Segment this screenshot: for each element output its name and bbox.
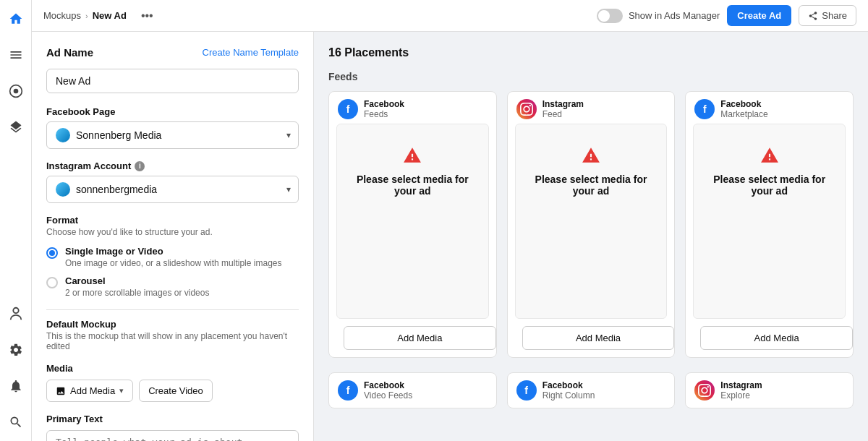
fb-right-column-logo: f: [516, 380, 537, 401]
media-title: Media: [46, 363, 299, 374]
placement-media-facebook-marketplace: Please select media for your ad: [693, 124, 846, 319]
facebook-page-select-wrapper: Sonnenberg Media ▾: [46, 121, 299, 149]
primary-text-section: Primary Text: [46, 414, 299, 441]
globe-icon: [56, 128, 70, 142]
add-media-label: Add Media: [70, 385, 115, 396]
facebook-marketplace-logo: f: [694, 99, 715, 119]
facebook-feeds-logo: f: [338, 99, 358, 119]
placements-grid: f Facebook Feeds Please select media for…: [328, 91, 854, 358]
card-footer-fb-feeds: Add Media: [329, 326, 496, 357]
format-section: Format Choose how you'd like to structur…: [46, 215, 299, 298]
instagram-account-dropdown-arrow: ▾: [286, 184, 291, 194]
nav-search-icon[interactable]: [4, 411, 27, 434]
ad-name-input[interactable]: [46, 69, 299, 93]
default-mockup-title: Default Mockup: [46, 319, 299, 330]
ads-manager-toggle-wrapper: Show in Ads Manager: [597, 9, 720, 23]
format-radio-single-image[interactable]: [46, 247, 58, 259]
placement-card-instagram-feed: Instagram Feed Please select media for y…: [507, 91, 676, 358]
nav-profile-icon[interactable]: [4, 302, 27, 325]
instagram-info-icon[interactable]: i: [135, 161, 145, 171]
format-option-single-image[interactable]: Single Image or Video One image or video…: [46, 246, 299, 268]
format-option-carousel-text: Carousel 2 or more scrollable images or …: [65, 275, 209, 298]
warning-triangle-fb-feeds: [403, 146, 422, 165]
bottom-placement-card-instagram-explore: Instagram Explore: [685, 372, 854, 408]
more-options-button[interactable]: •••: [137, 8, 158, 24]
bottom-placement-info-right-column: Facebook Right Column: [542, 380, 595, 401]
placements-count: 16 Placements: [328, 46, 854, 59]
svg-point-1: [13, 89, 18, 94]
create-ad-button[interactable]: Create Ad: [727, 5, 791, 26]
format-option-carousel[interactable]: Carousel 2 or more scrollable images or …: [46, 275, 299, 298]
placement-media-facebook-feeds: Please select media for your ad: [336, 124, 489, 319]
ig-explore-logo: [694, 380, 715, 401]
format-radio-carousel[interactable]: [46, 277, 58, 288]
breadcrumb-separator: ›: [85, 12, 88, 20]
nav-home-icon[interactable]: [4, 7, 27, 30]
format-title: Format: [46, 215, 299, 226]
top-bar-actions: Show in Ads Manager Create Ad Share: [597, 5, 856, 26]
format-desc: Choose how you'd like to structure your …: [46, 227, 299, 237]
instagram-account-label: Instagram Account i: [46, 160, 299, 171]
default-mockup-section: Default Mockup This is the mockup that w…: [46, 319, 299, 351]
content-area: Ad Name Create Name Template Facebook Pa…: [32, 32, 868, 441]
warning-text-fb-marketplace: Please select media for your ad: [708, 174, 830, 197]
share-button[interactable]: Share: [799, 5, 856, 26]
placement-card-facebook-feeds: f Facebook Feeds Please select media for…: [328, 91, 497, 358]
placement-card-info-instagram-feed: Instagram Feed: [542, 99, 584, 119]
breadcrumb: Mockups › New Ad: [43, 10, 127, 21]
placement-card-header-facebook-marketplace: f Facebook Marketplace: [686, 92, 853, 124]
media-section: Media Add Media ▾ Create Video: [46, 363, 299, 402]
default-mockup-desc: This is the mockup that will show in any…: [46, 331, 299, 351]
ads-manager-label: Show in Ads Manager: [629, 10, 720, 21]
card-footer-ig-feed: Add Media: [508, 326, 675, 357]
left-navigation: [0, 0, 32, 441]
bottom-placement-card-video-feeds: f Facebook Video Feeds: [328, 372, 497, 408]
primary-text-input[interactable]: [46, 430, 299, 441]
left-panel: Ad Name Create Name Template Facebook Pa…: [32, 32, 314, 441]
instagram-feed-logo: [516, 99, 537, 119]
card-footer-fb-marketplace: Add Media: [686, 326, 853, 357]
bottom-placements-grid: f Facebook Video Feeds f Facebook Right …: [328, 372, 854, 408]
share-label: Share: [822, 10, 847, 21]
create-name-template-link[interactable]: Create Name Template: [203, 47, 299, 58]
nav-bell-icon[interactable]: [4, 374, 27, 398]
feeds-label: Feeds: [328, 71, 854, 82]
nav-layers-icon[interactable]: [4, 116, 27, 139]
primary-text-title: Primary Text: [46, 414, 299, 424]
add-media-fb-marketplace-button[interactable]: Add Media: [700, 326, 853, 350]
create-video-button[interactable]: Create Video: [139, 380, 213, 402]
instagram-globe-icon: [56, 182, 70, 197]
add-media-fb-feeds-button[interactable]: Add Media: [344, 326, 496, 350]
placement-card-info-facebook-feeds: Facebook Feeds: [364, 99, 404, 119]
right-panel: 16 Placements Feeds f Facebook Feeds: [314, 32, 868, 441]
ad-name-label: Ad Name: [46, 46, 93, 59]
placement-card-facebook-marketplace: f Facebook Marketplace Please select med…: [685, 91, 854, 358]
ads-manager-toggle[interactable]: [597, 9, 623, 23]
bottom-placement-info-video-feeds: Facebook Video Feeds: [364, 380, 412, 401]
add-media-dropdown-arrow: ▾: [119, 386, 124, 395]
placement-card-header-facebook-feeds: f Facebook Feeds: [329, 92, 496, 124]
facebook-page-dropdown-arrow: ▾: [286, 130, 291, 140]
instagram-account-value: sonnenbergmedia: [76, 184, 157, 195]
placement-media-instagram-feed: Please select media for your ad: [515, 124, 668, 319]
facebook-page-select[interactable]: Sonnenberg Media ▾: [46, 121, 299, 149]
add-media-ig-feed-button[interactable]: Add Media: [522, 326, 675, 350]
breadcrumb-mockups-link[interactable]: Mockups: [43, 10, 81, 21]
nav-campaigns-icon[interactable]: [4, 80, 27, 103]
warning-text-fb-feeds: Please select media for your ad: [352, 174, 474, 197]
svg-point-2: [13, 308, 18, 313]
nav-gear-icon[interactable]: [4, 338, 27, 361]
fb-video-feeds-logo: f: [338, 380, 358, 401]
divider-format: [46, 309, 299, 310]
nav-menu-icon[interactable]: [4, 43, 27, 67]
instagram-account-select-wrapper: sonnenbergmedia ▾: [46, 176, 299, 203]
add-media-button[interactable]: Add Media ▾: [46, 380, 133, 402]
facebook-page-value: Sonnenberg Media: [76, 129, 161, 141]
placement-card-header-instagram-feed: Instagram Feed: [508, 92, 675, 124]
instagram-account-select[interactable]: sonnenbergmedia ▾: [46, 176, 299, 203]
media-actions: Add Media ▾ Create Video: [46, 380, 299, 402]
format-option-single-image-text: Single Image or Video One image or video…: [65, 246, 281, 268]
warning-triangle-ig-feed: [582, 146, 600, 165]
warning-text-ig-feed: Please select media for your ad: [530, 174, 652, 197]
bottom-placement-info-instagram-explore: Instagram Explore: [720, 380, 762, 401]
